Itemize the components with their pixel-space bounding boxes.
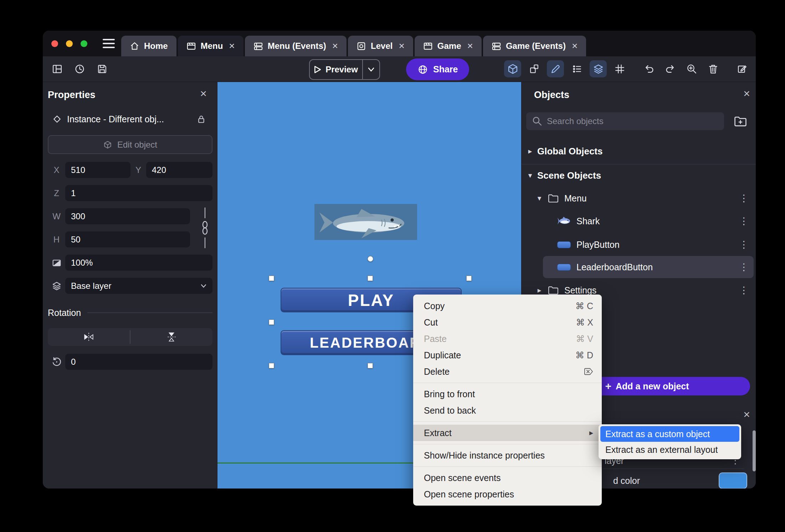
- menu-item-duplicate[interactable]: Duplicate⌘ D: [413, 347, 602, 363]
- tab-close-icon[interactable]: ×: [399, 41, 404, 51]
- button-sprite-icon: [557, 241, 571, 248]
- share-button[interactable]: Share: [406, 58, 469, 80]
- tab-close-icon[interactable]: ×: [229, 41, 235, 51]
- chevron-down-icon: ▾: [525, 171, 535, 180]
- menu-item-extract[interactable]: Extract▸: [413, 425, 602, 441]
- selection-handle[interactable]: [269, 319, 274, 325]
- rotation-angle-input[interactable]: [65, 354, 212, 370]
- layers-panel-button[interactable]: [590, 60, 607, 77]
- z-input[interactable]: [65, 185, 212, 201]
- tree-object-playbutton[interactable]: PlayButton ⋮: [522, 233, 756, 256]
- x-input[interactable]: [65, 162, 130, 178]
- menu-item-open-scene-events[interactable]: Open scene events: [413, 470, 602, 486]
- play-button-text: PLAY: [348, 291, 394, 310]
- kebab-menu-icon[interactable]: ⋮: [739, 286, 749, 295]
- tab-level[interactable]: Level ×: [348, 36, 413, 56]
- zoom-button[interactable]: [683, 60, 700, 77]
- background-color-fragment: d color: [613, 476, 640, 486]
- scene-objects-label: Scene Objects: [537, 170, 601, 181]
- selection-handle[interactable]: [466, 276, 472, 281]
- external-layout-icon: [356, 41, 366, 51]
- trash-icon: [708, 63, 719, 75]
- flip-vertical-button[interactable]: [130, 328, 212, 346]
- menu-item-open-scene-properties[interactable]: Open scene properties: [413, 486, 602, 502]
- flip-horizontal-button[interactable]: [48, 328, 130, 346]
- tab-home[interactable]: Home: [121, 36, 176, 56]
- section-divider: [87, 312, 212, 313]
- menu-item-cut[interactable]: Cut⌘ X: [413, 314, 602, 331]
- opacity-input[interactable]: [65, 255, 212, 271]
- undo-button[interactable]: [640, 60, 657, 77]
- instances-list-button[interactable]: [568, 60, 585, 77]
- edit-mode-button[interactable]: [547, 60, 564, 77]
- tab-label: Menu (Events): [268, 41, 326, 51]
- menu-item-bring-to-front[interactable]: Bring to front: [413, 386, 602, 402]
- toggle-3d-view-button[interactable]: [504, 60, 521, 77]
- tab-label: Home: [144, 41, 168, 51]
- objects-editor-button[interactable]: [525, 60, 543, 77]
- folder-label: Settings: [564, 285, 596, 296]
- main-menu-icon[interactable]: [103, 39, 115, 48]
- edit-object-button[interactable]: Edit object: [48, 135, 212, 154]
- selection-handle[interactable]: [269, 276, 274, 281]
- menu-item-send-to-back[interactable]: Send to back: [413, 402, 602, 419]
- share-label: Share: [433, 64, 458, 75]
- lock-icon[interactable]: [196, 114, 206, 124]
- tab-close-icon[interactable]: ×: [467, 41, 473, 51]
- delete-button[interactable]: [704, 60, 722, 77]
- history-button[interactable]: [71, 60, 88, 77]
- redo-button[interactable]: [662, 60, 679, 77]
- new-folder-button[interactable]: [733, 115, 748, 128]
- layer-select[interactable]: Base layer: [65, 278, 212, 294]
- tab-game[interactable]: Game ×: [415, 36, 482, 56]
- home-icon: [130, 41, 139, 51]
- submenu-item-extract-custom-object[interactable]: Extract as a custom object: [600, 426, 739, 442]
- tab-game-events[interactable]: Game (Events) ×: [483, 36, 586, 56]
- preview-options-button[interactable]: [362, 60, 379, 79]
- y-input[interactable]: [146, 162, 212, 178]
- save-button[interactable]: [93, 60, 111, 77]
- background-color-swatch[interactable]: [719, 472, 747, 488]
- kebab-menu-icon[interactable]: ⋮: [739, 262, 749, 272]
- shark-sprite[interactable]: [314, 204, 417, 240]
- grid-button[interactable]: [611, 60, 628, 77]
- menu-item-show-hide-instance-properties[interactable]: Show/Hide instance properties: [413, 447, 602, 464]
- width-input[interactable]: [65, 208, 190, 224]
- add-new-object-label: Add a new object: [616, 381, 689, 392]
- search-objects-input[interactable]: [526, 112, 724, 130]
- minimize-window-button[interactable]: [66, 40, 73, 47]
- rename-scene-button[interactable]: [734, 60, 751, 77]
- close-window-button[interactable]: [51, 40, 58, 47]
- button-sprite-icon: [557, 264, 571, 271]
- menu-item-copy[interactable]: Copy⌘ C: [413, 298, 602, 314]
- tab-close-icon[interactable]: ×: [572, 41, 578, 51]
- preview-button[interactable]: Preview: [309, 59, 380, 80]
- submenu-item-extract-external-layout[interactable]: Extract as an external layout: [600, 442, 739, 457]
- tree-folder-menu[interactable]: ▾ Menu ⋮: [522, 187, 756, 210]
- tab-menu[interactable]: Menu ×: [178, 36, 243, 56]
- rotation-handle[interactable]: [368, 256, 373, 262]
- tree-object-leaderboardbutton-selected[interactable]: LeaderboardButton ⋮: [543, 256, 754, 278]
- aspect-ratio-lock[interactable]: [199, 208, 211, 248]
- tab-menu-events[interactable]: Menu (Events) ×: [245, 36, 347, 56]
- selection-handle[interactable]: [269, 363, 274, 368]
- selection-handle[interactable]: [368, 276, 373, 281]
- scene-icon: [423, 41, 433, 51]
- scrollbar[interactable]: [753, 430, 756, 471]
- maximize-window-button[interactable]: [81, 40, 87, 47]
- global-objects-section[interactable]: ▸ Global Objects: [522, 143, 756, 159]
- close-bottom-panel-icon[interactable]: ×: [743, 409, 750, 420]
- kebab-menu-icon[interactable]: ⋮: [739, 216, 749, 226]
- kebab-menu-icon[interactable]: ⋮: [739, 194, 749, 203]
- object-label: LeaderboardButton: [576, 262, 653, 272]
- kebab-menu-icon[interactable]: ⋮: [739, 240, 749, 250]
- scene-objects-section[interactable]: ▾ Scene Objects: [522, 168, 756, 183]
- tab-close-icon[interactable]: ×: [332, 41, 338, 51]
- close-properties-icon[interactable]: ×: [200, 88, 207, 99]
- menu-item-delete[interactable]: Delete: [413, 363, 602, 380]
- close-objects-icon[interactable]: ×: [743, 88, 750, 99]
- project-manager-button[interactable]: [48, 60, 66, 77]
- tree-object-shark[interactable]: Shark ⋮: [522, 210, 756, 232]
- selection-handle[interactable]: [368, 363, 373, 368]
- height-input[interactable]: [65, 231, 190, 247]
